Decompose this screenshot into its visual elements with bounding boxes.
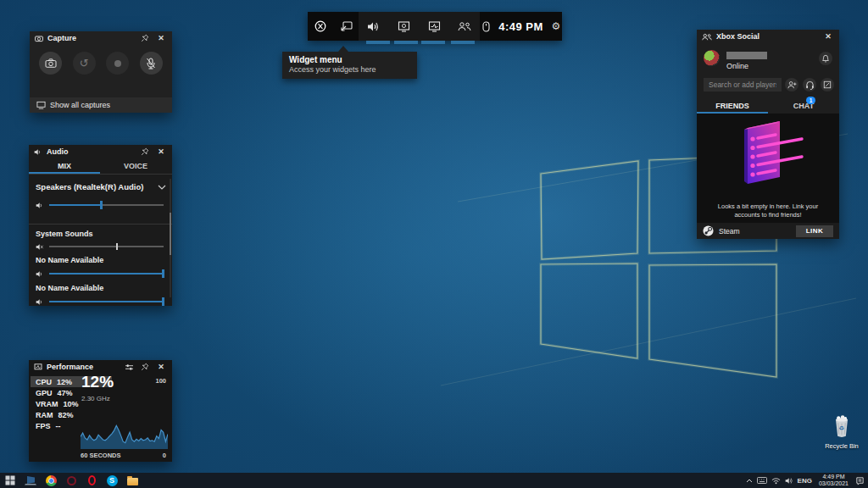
widget-menu-tooltip: Widget menu Access your widgets here — [282, 52, 417, 79]
record-last-icon: ↺ — [80, 58, 89, 69]
cpu-usage-chart — [81, 387, 168, 449]
audio-widget-icon[interactable] — [359, 12, 389, 41]
tooltip-caret — [338, 46, 348, 52]
performance-widget: Performance ✕ CPU12% GPU47% VRAM10% RAM8… — [29, 360, 172, 462]
chevron-down-icon[interactable] — [158, 185, 166, 190]
show-all-captures-label: Show all captures — [50, 101, 110, 109]
screenshot-button[interactable] — [39, 52, 62, 75]
divider — [29, 174, 172, 175]
options-sliders-icon[interactable] — [123, 361, 135, 373]
widget-menu-icon[interactable] — [334, 12, 358, 41]
xbox-logo-icon[interactable] — [309, 12, 332, 41]
notifications-button[interactable] — [819, 52, 832, 65]
channel-volume-slider[interactable] — [49, 273, 164, 274]
show-all-captures-button[interactable]: Show all captures — [30, 97, 172, 113]
tab-chat[interactable]: CHAT — [768, 100, 839, 112]
status-label: Online — [726, 62, 748, 70]
record-last-button[interactable]: ↺ — [73, 52, 96, 75]
file-explorer-icon — [127, 478, 138, 485]
mouse-icon[interactable] — [480, 12, 492, 41]
add-friend-button[interactable] — [785, 78, 798, 92]
tab-mix[interactable]: MIX — [29, 159, 100, 172]
system-sounds-slider[interactable] — [49, 246, 164, 247]
pc-icon — [25, 475, 36, 485]
volume-icon — [36, 298, 44, 306]
link-button[interactable]: LINK — [796, 225, 833, 237]
action-center-button[interactable] — [855, 476, 865, 485]
start-recording-button[interactable] — [106, 52, 129, 75]
start-icon — [5, 475, 15, 485]
tab-friends[interactable]: FRIENDS — [697, 100, 768, 112]
opera-icon — [88, 475, 96, 485]
close-icon[interactable]: ✕ — [155, 361, 167, 373]
mic-off-icon — [146, 58, 156, 69]
tray-language[interactable]: ENG — [798, 477, 812, 485]
opera-gx-icon — [67, 476, 76, 485]
provider-name: Steam — [719, 227, 740, 236]
recycle-bin-icon: ♻ — [832, 414, 852, 438]
search-input[interactable] — [704, 78, 782, 92]
gallery-icon — [36, 101, 46, 109]
taskbar-item-chrome[interactable] — [41, 473, 61, 488]
social-widget-icon[interactable] — [449, 12, 480, 41]
device-volume-slider[interactable] — [49, 204, 164, 206]
gamertag-redacted — [726, 52, 767, 59]
tab-voice[interactable]: VOICE — [100, 159, 171, 172]
performance-title: Performance — [47, 363, 93, 371]
audio-title: Audio — [47, 147, 69, 156]
capture-widget-icon[interactable] — [389, 12, 420, 41]
close-icon[interactable]: ✕ — [155, 32, 167, 44]
social-title-icon — [702, 33, 712, 41]
audio-device-selector[interactable]: Speakers (Realtek(R) Audio) — [36, 182, 143, 191]
recycle-bin[interactable]: ♻ Recycle Bin — [825, 414, 859, 450]
compose-icon — [823, 80, 832, 89]
settings-gear-icon[interactable]: ⚙ — [550, 12, 562, 41]
device-volume-slider-row — [36, 199, 164, 211]
tray-chevron-up-icon[interactable] — [746, 479, 753, 483]
svg-text:♻: ♻ — [839, 424, 845, 432]
performance-titlebar: Performance ✕ — [29, 360, 172, 374]
capture-title: Capture — [47, 34, 76, 42]
taskbar-item-opera-gx[interactable] — [61, 473, 81, 488]
bell-icon — [821, 54, 830, 63]
channel-slider-row — [36, 296, 164, 308]
slider-handle[interactable] — [116, 243, 118, 250]
volume-muted-icon — [36, 243, 44, 251]
avatar[interactable] — [704, 50, 720, 66]
performance-widget-icon[interactable] — [420, 12, 450, 41]
capture-widget: Capture ✕ ↺ Show all captures — [30, 31, 172, 113]
mic-toggle-button[interactable] — [140, 52, 163, 75]
tray-volume-icon[interactable] — [785, 477, 793, 485]
tray-clock[interactable]: 4:49 PM 03/03/2021 — [816, 474, 851, 487]
close-icon[interactable]: ✕ — [155, 146, 167, 158]
social-titlebar: Xbox Social ✕ — [697, 30, 839, 43]
start-button[interactable] — [0, 473, 20, 488]
pin-icon[interactable] — [139, 361, 151, 373]
slider-handle[interactable] — [162, 269, 164, 278]
capture-buttons-row: ↺ — [30, 52, 172, 75]
system-tray: ENG 4:49 PM 03/03/2021 — [746, 474, 868, 487]
pin-icon[interactable] — [139, 146, 151, 158]
slider-handle[interactable] — [162, 297, 164, 306]
taskbar-item-opera[interactable] — [81, 473, 102, 488]
tray-keyboard-icon[interactable] — [757, 477, 767, 484]
performance-title-icon — [34, 363, 42, 371]
social-title: Xbox Social — [716, 32, 760, 41]
taskbar-item-pc[interactable] — [20, 473, 41, 488]
capture-title-icon — [35, 35, 43, 42]
active-widget-indicator — [366, 41, 390, 44]
audio-scrollbar[interactable] — [170, 179, 171, 297]
gamebar-clock: 4:49 PM — [492, 20, 550, 33]
close-icon[interactable]: ✕ — [822, 30, 834, 42]
slider-handle[interactable] — [100, 201, 103, 209]
channel-volume-slider[interactable] — [49, 301, 164, 302]
active-widget-indicator — [394, 41, 418, 44]
new-message-button[interactable] — [821, 78, 834, 92]
taskbar-item-skype[interactable]: S — [102, 473, 122, 488]
gamebar-widgets-section — [359, 12, 480, 41]
skype-icon: S — [107, 475, 118, 486]
tray-wifi-icon[interactable] — [771, 477, 781, 485]
taskbar-item-file-explorer[interactable] — [122, 473, 142, 488]
pin-icon[interactable] — [139, 32, 151, 44]
party-button[interactable] — [803, 78, 816, 92]
